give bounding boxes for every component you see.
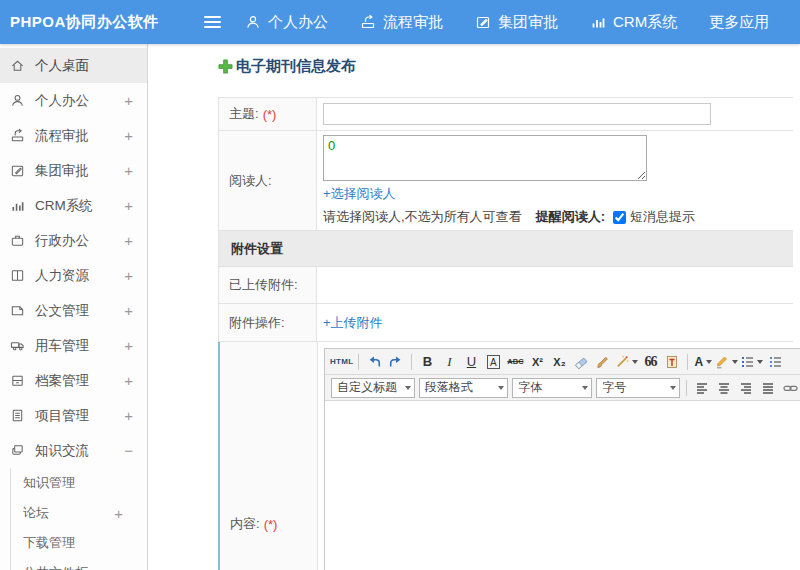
sidebar-item-group-approval[interactable]: 集团审批 + (0, 153, 147, 188)
html-source-button[interactable]: HTML (330, 352, 353, 372)
expand-toggle[interactable]: + (124, 232, 133, 249)
paste-text-icon (665, 355, 679, 369)
underline-button[interactable]: U (461, 352, 481, 372)
sidebar-item-vehicles[interactable]: 用车管理 + (0, 328, 147, 363)
sidebar-item-label: 档案管理 (35, 372, 124, 390)
font-color-button[interactable]: A (693, 352, 713, 372)
nav-more-apps[interactable]: 更多应用 (709, 13, 769, 32)
content-row: 内容: (*) HTML (218, 342, 793, 570)
editor-content-area[interactable] (325, 401, 800, 570)
subscript-button[interactable]: X₂ (549, 352, 569, 372)
nav-label: 更多应用 (709, 13, 769, 32)
subject-row: 主题: (*) (219, 98, 793, 131)
sidebar-item-crm[interactable]: CRM系统 + (0, 188, 147, 223)
subject-input[interactable] (323, 103, 711, 125)
app-window: PHPOA协同办公软件 个人办公 流程审批 (0, 0, 800, 570)
project-icon (10, 408, 26, 424)
edit-icon (10, 163, 26, 179)
undo-icon (367, 355, 381, 369)
hamburger-menu-icon[interactable] (204, 16, 221, 28)
sidebar-item-admin-office[interactable]: 行政办公 + (0, 223, 147, 258)
unordered-list-button[interactable] (765, 352, 785, 372)
expand-toggle[interactable]: + (124, 197, 133, 214)
app-logo: PHPOA协同办公软件 (0, 13, 158, 32)
expand-toggle[interactable]: + (124, 267, 133, 284)
sidebar-item-archives[interactable]: 档案管理 + (0, 363, 147, 398)
redo-icon (389, 355, 403, 369)
nav-label: 个人办公 (268, 13, 328, 32)
font-border-button[interactable]: A (483, 352, 503, 372)
sidebar-item-label: 公文管理 (35, 302, 124, 320)
auto-typeset-button[interactable] (615, 352, 638, 372)
sidebar-subitem-public-cabinet[interactable]: 公共文件柜 (11, 558, 147, 570)
heading-select[interactable]: 自定义标题 (331, 378, 415, 398)
expand-toggle[interactable]: + (124, 337, 133, 354)
font-size-select[interactable]: 字号 (596, 378, 680, 398)
expand-toggle[interactable]: + (114, 505, 123, 522)
sidebar-subitem-label: 下载管理 (23, 534, 123, 552)
sidebar-subitem-label: 知识管理 (23, 474, 123, 492)
sidebar-item-label: 知识交流 (35, 442, 124, 460)
chart-icon (590, 14, 606, 30)
superscript-button[interactable]: X² (527, 352, 547, 372)
edit-icon (475, 14, 491, 30)
highlight-color-button[interactable] (715, 352, 738, 372)
readers-textarea[interactable]: 0 (323, 135, 647, 181)
eraser-button[interactable] (571, 352, 591, 372)
font-family-select[interactable]: 字体 (512, 378, 592, 398)
paste-as-text-button[interactable] (662, 352, 682, 372)
expand-toggle[interactable]: + (124, 127, 133, 144)
sidebar-item-personal-office[interactable]: 个人办公 + (0, 83, 147, 118)
ordered-list-button[interactable] (740, 352, 763, 372)
nav-group-approval[interactable]: 集团审批 (475, 13, 558, 32)
nav-personal-office[interactable]: 个人办公 (245, 13, 328, 32)
caret-down-icon (405, 386, 411, 390)
align-left-button[interactable] (692, 378, 712, 398)
paragraph-format-select[interactable]: 段落格式 (419, 378, 509, 398)
sidebar-item-documents[interactable]: 公文管理 + (0, 293, 147, 328)
sidebar-subitem-forum[interactable]: 论坛 + (11, 498, 147, 528)
sms-notify-checkbox[interactable] (613, 211, 626, 224)
bold-button[interactable]: B (417, 352, 437, 372)
insert-link-button[interactable] (780, 378, 800, 398)
align-right-button[interactable] (736, 378, 756, 398)
sidebar-subitem-knowledge-mgmt[interactable]: 知识管理 (11, 468, 147, 498)
sidebar-item-projects[interactable]: 项目管理 + (0, 398, 147, 433)
upload-attachment-link[interactable]: +上传附件 (323, 314, 383, 332)
nav-workflow-approval[interactable]: 流程审批 (360, 13, 443, 32)
align-center-button[interactable] (714, 378, 734, 398)
sidebar-item-label: 个人办公 (35, 92, 124, 110)
collapse-toggle[interactable]: − (124, 442, 133, 459)
highlighter-icon (715, 355, 729, 369)
blockquote-button[interactable]: 66 (640, 352, 660, 372)
person-icon (10, 93, 26, 109)
expand-toggle[interactable]: + (124, 92, 133, 109)
undo-button[interactable] (364, 352, 384, 372)
sidebar-subitem-downloads[interactable]: 下载管理 (11, 528, 147, 558)
layers-icon (10, 443, 26, 459)
redo-button[interactable] (386, 352, 406, 372)
top-nav: 个人办公 流程审批 集团审批 (245, 13, 800, 32)
expand-toggle[interactable]: + (124, 372, 133, 389)
readers-hint-text: 请选择阅读人,不选为所有人可查看 (323, 208, 522, 226)
book-icon (10, 268, 26, 284)
strikethrough-button[interactable]: ABC (505, 352, 525, 372)
align-left-icon (695, 381, 709, 395)
italic-button[interactable]: I (439, 352, 459, 372)
plus-icon (218, 59, 233, 74)
uploaded-attachments-label: 已上传附件: (219, 267, 317, 303)
sidebar-item-knowledge[interactable]: 知识交流 − (0, 433, 147, 468)
document-icon (10, 303, 26, 319)
expand-toggle[interactable]: + (124, 407, 133, 424)
briefcase-icon (10, 233, 26, 249)
required-mark: (*) (263, 107, 277, 122)
align-justify-button[interactable] (758, 378, 778, 398)
sidebar-item-workflow-approval[interactable]: 流程审批 + (0, 118, 147, 153)
expand-toggle[interactable]: + (124, 162, 133, 179)
sidebar-item-hr[interactable]: 人力资源 + (0, 258, 147, 293)
sidebar-item-personal-desktop[interactable]: 个人桌面 (0, 48, 147, 83)
select-readers-link[interactable]: +选择阅读人 (323, 185, 787, 203)
nav-crm-system[interactable]: CRM系统 (590, 13, 677, 32)
format-painter-button[interactable] (593, 352, 613, 372)
expand-toggle[interactable]: + (124, 302, 133, 319)
